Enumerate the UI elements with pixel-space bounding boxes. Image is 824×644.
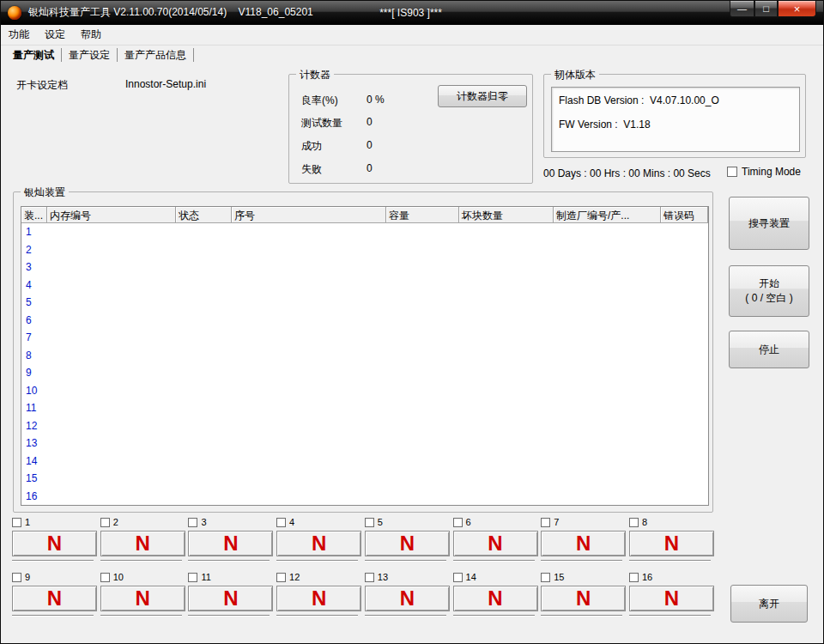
row-number: 5 [21, 296, 32, 308]
exit-button[interactable]: 离开 [730, 585, 808, 623]
table-row[interactable]: 8 [21, 347, 708, 365]
minimize-icon: — [737, 3, 747, 14]
menu-item-help[interactable]: 帮助 [73, 25, 109, 45]
row-number: 8 [21, 349, 32, 361]
slot-checkbox[interactable] [453, 573, 463, 582]
column-header[interactable]: 序号 [232, 207, 386, 222]
table-row[interactable]: 7 [21, 329, 708, 347]
fail-label: 失败 [301, 162, 322, 177]
menubar: 功能 设定 帮助 [1, 25, 823, 46]
slot-checkbox[interactable] [541, 573, 550, 582]
table-row[interactable]: 14 [21, 453, 708, 471]
titlebar[interactable]: 银灿科技量产工具 V2.11.00.70(2014/05/14) V118_06… [1, 1, 823, 25]
slot-checkbox[interactable] [276, 518, 286, 527]
counter-groupbox: 计数器 良率(%) 0 % 测试数量 0 成功 0 失败 0 计数器归零 [288, 74, 533, 184]
slot-number-label: 9 [25, 572, 30, 582]
column-header[interactable]: 装... [21, 207, 47, 222]
slot-cell: 6N [453, 516, 538, 562]
device-groupbox: 银灿装置 装...内存编号状态序号容量坏块数量制造厂编号/产...错误码 123… [13, 191, 713, 513]
table-row[interactable]: 11 [21, 399, 708, 417]
slot-status-display: N [365, 531, 450, 556]
tabstrip: 量产测试 量产设定 量产产品信息 [1, 46, 823, 64]
counter-reset-button[interactable]: 计数器归零 [438, 85, 527, 107]
minimize-button[interactable]: — [730, 1, 754, 17]
table-row[interactable]: 2 [21, 241, 708, 259]
app-window: 银灿科技量产工具 V2.11.00.70(2014/05/14) V118_06… [0, 0, 824, 644]
start-button-label: 开始 [759, 276, 779, 291]
row-number: 10 [21, 385, 37, 397]
slot-header: 11 [188, 571, 273, 583]
yield-value: 0 % [367, 94, 385, 106]
checkbox-icon [727, 167, 737, 177]
slot-cell: 10N [100, 571, 185, 617]
slot-checkbox[interactable] [188, 518, 197, 527]
slot-number-label: 16 [642, 572, 652, 582]
elapsed-time: 00 Days : 00 Hrs : 00 Mins : 00 Secs [543, 167, 711, 179]
stop-button[interactable]: 停止 [729, 331, 809, 368]
slot-checkbox[interactable] [100, 518, 110, 527]
slot-cell: 16N [629, 571, 714, 617]
close-button[interactable]: × [778, 1, 816, 17]
column-header[interactable]: 坏块数量 [459, 207, 554, 222]
table-row[interactable]: 9 [21, 364, 708, 382]
slot-cell: 8N [629, 516, 714, 562]
table-row[interactable]: 12 [21, 417, 708, 435]
tab-production-product-info[interactable]: 量产产品信息 [118, 48, 194, 62]
table-row[interactable]: 15 [21, 470, 708, 488]
tab-production-settings[interactable]: 量产设定 [62, 48, 118, 62]
menu-item-function[interactable]: 功能 [1, 25, 37, 45]
search-devices-button[interactable]: 搜寻装置 [729, 197, 809, 250]
slot-progress-line [12, 615, 94, 617]
success-value: 0 [367, 139, 373, 151]
maximize-button[interactable]: □ [754, 1, 778, 17]
slot-checkbox[interactable] [365, 518, 374, 527]
table-row[interactable]: 13 [21, 434, 708, 453]
table-row[interactable]: 5 [21, 294, 708, 312]
slot-checkbox[interactable] [100, 573, 110, 582]
tested-value: 0 [367, 116, 373, 128]
slot-checkbox[interactable] [541, 518, 550, 527]
slot-progress-line [541, 615, 622, 617]
success-label: 成功 [301, 139, 322, 154]
slot-status-display: N [188, 531, 273, 556]
table-row[interactable]: 4 [21, 276, 708, 295]
slot-checkbox[interactable] [12, 518, 21, 527]
column-header[interactable]: 内存编号 [47, 207, 176, 222]
slot-status-display: N [541, 586, 626, 611]
row-number: 1 [21, 226, 32, 238]
table-row[interactable]: 3 [21, 258, 708, 276]
slot-progress-line [276, 560, 358, 562]
slot-checkbox[interactable] [365, 573, 374, 582]
slot-checkbox[interactable] [12, 573, 21, 582]
tab-production-test[interactable]: 量产测试 [6, 48, 62, 62]
menu-item-settings[interactable]: 设定 [37, 25, 73, 45]
maximize-icon: □ [763, 3, 769, 14]
slot-progress-line [453, 560, 535, 562]
slots-row-1: 1N2N3N4N5N6N7N8N [12, 516, 714, 562]
table-row[interactable]: 6 [21, 312, 708, 330]
slot-header: 10 [100, 571, 185, 583]
slot-checkbox[interactable] [276, 573, 286, 582]
slot-header: 12 [276, 571, 361, 583]
column-header[interactable]: 错误码 [661, 207, 708, 222]
slot-checkbox[interactable] [629, 573, 639, 582]
slot-header: 3 [188, 516, 273, 528]
column-header[interactable]: 容量 [386, 207, 459, 222]
table-row[interactable]: 10 [21, 382, 708, 400]
slot-number-label: 3 [201, 517, 206, 527]
slot-checkbox[interactable] [188, 573, 197, 582]
table-row[interactable]: 16 [21, 488, 708, 506]
device-table-header: 装...内存编号状态序号容量坏块数量制造厂编号/产...错误码 [21, 207, 708, 223]
slot-checkbox[interactable] [453, 518, 463, 527]
slot-cell: 9N [12, 571, 97, 617]
slot-checkbox[interactable] [629, 518, 639, 527]
slot-progress-line [541, 560, 622, 562]
table-row[interactable]: 1 [21, 223, 708, 241]
column-header[interactable]: 状态 [176, 207, 232, 222]
slot-cell: 5N [365, 516, 450, 562]
slot-number-label: 6 [466, 517, 471, 527]
start-button[interactable]: 开始 ( 0 / 空白 ) [729, 265, 809, 317]
column-header[interactable]: 制造厂编号/产... [554, 207, 661, 222]
timing-mode-checkbox[interactable]: Timing Mode [727, 166, 801, 178]
fail-value: 0 [367, 162, 373, 174]
